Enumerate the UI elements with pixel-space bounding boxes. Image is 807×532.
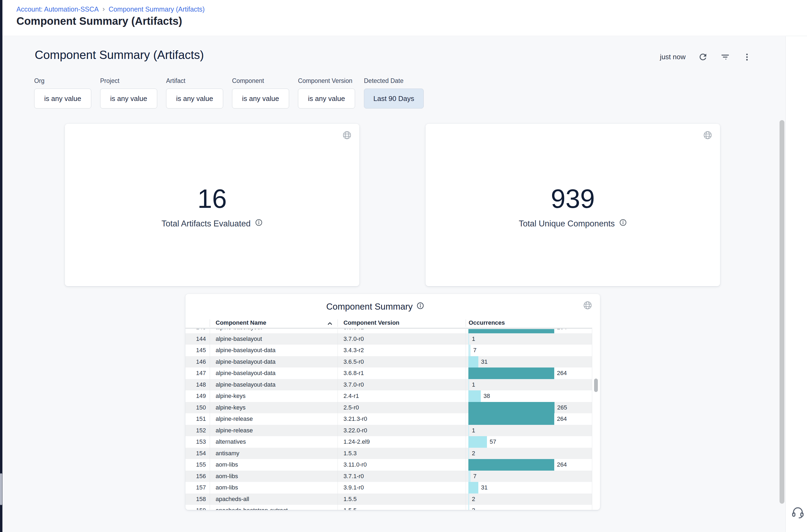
table-scrollbar-thumb[interactable] bbox=[594, 379, 598, 392]
sort-asc-icon[interactable] bbox=[326, 320, 333, 329]
filter-value-button[interactable]: is any value bbox=[100, 89, 157, 109]
table-row[interactable]: 143 alpine-baselayout 3.6.8-r1 264 bbox=[186, 329, 592, 333]
table-row[interactable]: 158 apacheds-all 1.5.5 2 bbox=[186, 494, 592, 505]
table-row[interactable]: 156 aom-libs 3.7.1-r0 7 bbox=[186, 471, 592, 482]
table-row[interactable]: 151 alpine-release 3.21.3-r0 264 bbox=[186, 413, 592, 425]
occurrences-bar bbox=[468, 448, 469, 459]
occurrences-bar bbox=[468, 482, 478, 494]
table-row[interactable]: 148 alpine-baselayout-data 3.7.0-r0 1 bbox=[186, 379, 592, 391]
refresh-icon[interactable] bbox=[698, 52, 708, 62]
table-row[interactable]: 155 aom-libs 3.11.0-r0 264 bbox=[186, 459, 592, 471]
table-row[interactable]: 147 alpine-baselayout-data 3.6.8-r1 264 bbox=[186, 367, 592, 379]
info-icon[interactable] bbox=[255, 218, 263, 229]
column-divider bbox=[210, 329, 210, 510]
component-version-cell: 3.22.0-r0 bbox=[344, 425, 367, 436]
occurrences-value: 1 bbox=[472, 427, 475, 434]
component-version-cell: 3.6.5-r0 bbox=[344, 356, 364, 368]
table-row[interactable]: 152 alpine-release 3.22.0-r0 1 bbox=[186, 425, 592, 436]
filter-group: Component Version is any value bbox=[298, 77, 355, 109]
filter-value-button[interactable]: Last 90 Days bbox=[364, 89, 424, 109]
filter-value-button[interactable]: is any value bbox=[34, 89, 91, 109]
row-index: 155 bbox=[186, 459, 206, 471]
last-refreshed-text: just now bbox=[660, 53, 686, 61]
table-row[interactable]: 150 alpine-keys 2.5-r0 265 bbox=[186, 402, 592, 414]
occurrences-bar bbox=[468, 402, 555, 414]
filter-value-button[interactable]: is any value bbox=[232, 89, 289, 109]
table-row[interactable]: 144 alpine-baselayout 3.7.0-r0 1 bbox=[186, 333, 592, 345]
filter-group: Project is any value bbox=[100, 77, 157, 109]
stat-label-text: Total Unique Components bbox=[519, 219, 615, 229]
column-header-component-name[interactable]: Component Name bbox=[216, 319, 266, 326]
occurrences-bar bbox=[468, 425, 469, 436]
globe-icon[interactable] bbox=[342, 130, 352, 140]
occurrences-cell: 38 bbox=[468, 391, 592, 402]
breadcrumb-page-link[interactable]: Component Summary (Artifacts) bbox=[109, 5, 205, 13]
globe-icon[interactable] bbox=[703, 130, 712, 140]
filter-value-button[interactable]: is any value bbox=[298, 89, 355, 109]
occurrences-value: 264 bbox=[557, 461, 567, 468]
table-row[interactable]: 145 alpine-baselayout-data 3.4.3-r2 7 bbox=[186, 345, 592, 356]
filter-label: Artifact bbox=[166, 77, 223, 84]
column-header-occurrences[interactable]: Occurrences bbox=[469, 319, 505, 326]
occurrences-cell: 264 bbox=[468, 329, 592, 333]
table-row[interactable]: 159 apacheds-bootstrap-extract 1.5.5 2 bbox=[186, 505, 592, 510]
row-index: 156 bbox=[186, 471, 206, 482]
occurrences-cell: 264 bbox=[468, 459, 592, 471]
column-divider bbox=[210, 319, 210, 327]
component-name-cell: alpine-baselayout-data bbox=[216, 345, 276, 356]
table-title: Component Summary bbox=[186, 302, 600, 312]
row-index: 146 bbox=[186, 356, 206, 368]
occurrences-cell: 31 bbox=[468, 356, 592, 368]
filter-value-button[interactable]: is any value bbox=[166, 89, 223, 109]
total-artifacts-card: 16 Total Artifacts Evaluated bbox=[65, 124, 359, 286]
row-index: 157 bbox=[186, 482, 206, 494]
component-name-cell: apacheds-all bbox=[216, 494, 249, 505]
dashboard-title: Component Summary (Artifacts) bbox=[35, 48, 204, 62]
table-row[interactable]: 157 aom-libs 3.9.1-r0 31 bbox=[186, 482, 592, 494]
total-unique-components-label: Total Unique Components bbox=[426, 218, 720, 229]
info-icon[interactable] bbox=[417, 302, 424, 312]
column-header-component-version[interactable]: Component Version bbox=[344, 319, 400, 326]
breadcrumb: Account: Automation-SSCA › Component Sum… bbox=[16, 5, 205, 13]
filter-group: Detected Date Last 90 Days bbox=[364, 77, 424, 109]
row-index: 153 bbox=[186, 436, 206, 448]
component-name-cell: alpine-keys bbox=[216, 391, 246, 402]
filter-icon[interactable] bbox=[720, 52, 730, 62]
occurrences-cell: 7 bbox=[468, 345, 592, 356]
row-index: 149 bbox=[186, 391, 206, 402]
occurrences-bar bbox=[468, 379, 469, 391]
page-scrollbar-thumb[interactable] bbox=[780, 120, 784, 504]
breadcrumb-account-link[interactable]: Account: Automation-SSCA bbox=[16, 5, 99, 13]
breadcrumb-separator-icon: › bbox=[102, 5, 105, 13]
occurrences-value: 2 bbox=[472, 496, 475, 503]
component-version-cell: 1.5.5 bbox=[344, 494, 357, 505]
dashboard-panel: Component Summary (Artifacts) just now O… bbox=[2, 36, 786, 532]
page-title: Component Summary (Artifacts) bbox=[16, 15, 182, 27]
row-index: 148 bbox=[186, 379, 206, 391]
occurrences-cell: 265 bbox=[468, 402, 592, 414]
occurrences-cell: 2 bbox=[468, 505, 592, 510]
support-headset-icon[interactable] bbox=[791, 505, 805, 520]
component-version-cell: 3.6.8-r1 bbox=[344, 367, 364, 379]
collapsed-sidebar[interactable] bbox=[0, 0, 2, 532]
table-row[interactable]: 149 alpine-keys 2.4-r1 38 bbox=[186, 391, 592, 402]
component-name-cell: alpine-release bbox=[216, 425, 253, 436]
kebab-menu-icon[interactable] bbox=[743, 53, 752, 62]
component-name-cell: antisamy bbox=[216, 448, 239, 459]
info-icon[interactable] bbox=[619, 218, 627, 229]
stat-label-text: Total Artifacts Evaluated bbox=[161, 219, 251, 229]
component-name-cell: alternatives bbox=[216, 436, 246, 448]
component-version-cell: 1.24-2.el9 bbox=[344, 436, 370, 448]
row-index: 147 bbox=[186, 367, 206, 379]
table-row[interactable]: 154 antisamy 1.5.3 2 bbox=[186, 448, 592, 459]
sidebar-scrollbar-thumb[interactable] bbox=[0, 473, 2, 505]
occurrences-cell: 264 bbox=[468, 367, 592, 379]
occurrences-bar bbox=[468, 494, 469, 505]
table-body-rows: 143 alpine-baselayout 3.6.8-r1 264 144 a… bbox=[186, 329, 592, 510]
table-row[interactable]: 146 alpine-baselayout-data 3.6.5-r0 31 bbox=[186, 356, 592, 368]
table-row[interactable]: 153 alternatives 1.24-2.el9 57 bbox=[186, 436, 592, 448]
occurrences-bar bbox=[468, 329, 554, 333]
filter-group: Component is any value bbox=[232, 77, 289, 109]
occurrences-bar bbox=[468, 356, 478, 368]
occurrences-value: 7 bbox=[473, 473, 477, 480]
